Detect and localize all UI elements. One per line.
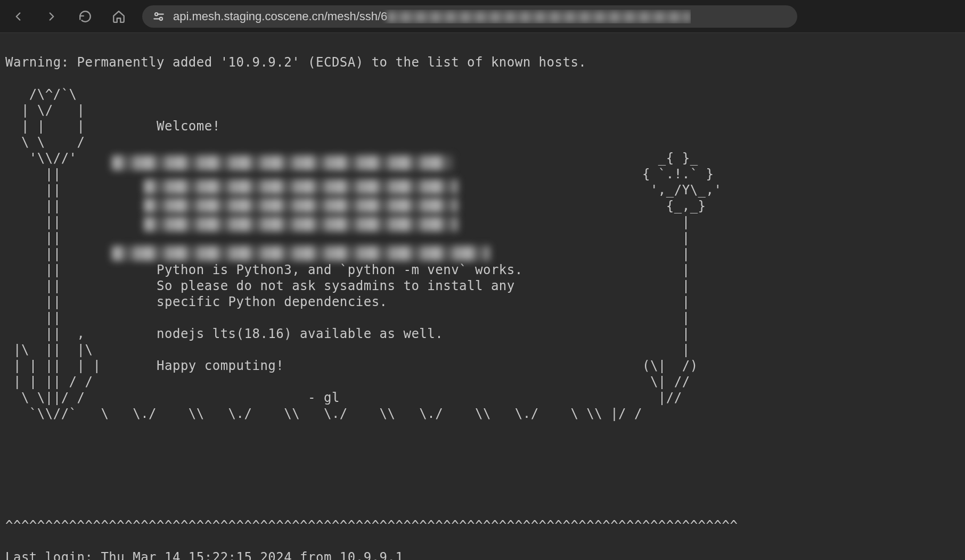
ssh-warning: Warning: Permanently added '10.9.9.2' (E… [5, 54, 960, 70]
last-login: Last login: Thu Mar 14 15:22:15 2024 fro… [5, 549, 960, 560]
back-button[interactable] [11, 9, 26, 24]
redacted-motd-2 [144, 179, 458, 194]
reload-button[interactable] [78, 9, 93, 24]
motd-wave: ^^^^^^^^^^^^^^^^^^^^^^^^^^^^^^^^^^^^^^^^… [5, 517, 960, 533]
svg-point-1 [160, 17, 162, 20]
browser-toolbar: api.mesh.staging.coscene.cn/mesh/ssh/6 [0, 0, 965, 33]
redacted-motd-5 [112, 246, 490, 261]
site-info-icon[interactable] [152, 10, 166, 23]
url-redacted [387, 11, 691, 23]
home-button[interactable] [111, 9, 126, 24]
nav-icon-group [11, 9, 126, 24]
redacted-motd-4 [144, 217, 458, 232]
redacted-motd-1 [112, 155, 453, 170]
motd-ascii-art: /\^/`\ | \/ | | | | Welcome! \ \ / '\\//… [5, 86, 960, 501]
forward-button[interactable] [44, 9, 59, 24]
address-bar[interactable]: api.mesh.staging.coscene.cn/mesh/ssh/6 [142, 5, 797, 28]
redacted-motd-3 [144, 198, 458, 213]
terminal-output[interactable]: Warning: Permanently added '10.9.9.2' (E… [0, 33, 965, 560]
url-text: api.mesh.staging.coscene.cn/mesh/ssh/6 [173, 10, 691, 23]
